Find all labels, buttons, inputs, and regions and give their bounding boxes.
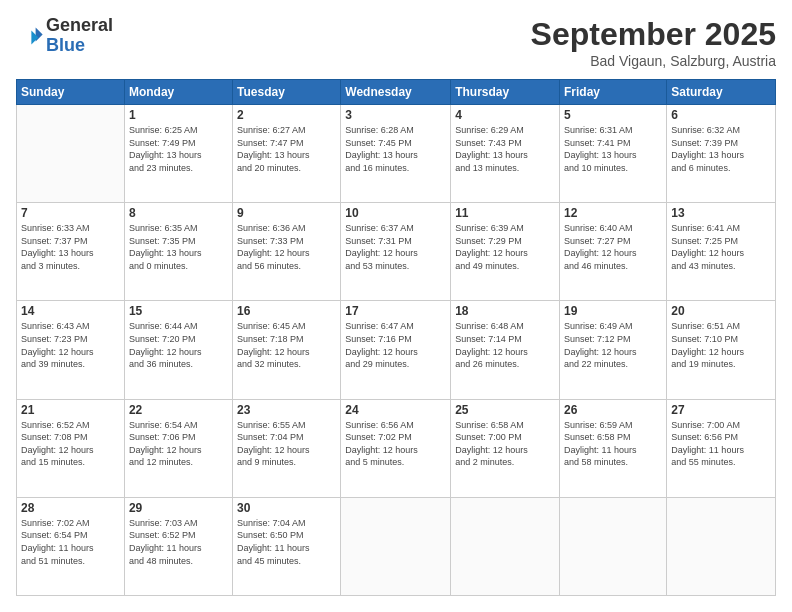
day-header-friday: Friday bbox=[560, 80, 667, 105]
day-number: 3 bbox=[345, 108, 446, 122]
calendar-cell: 12Sunrise: 6:40 AM Sunset: 7:27 PM Dayli… bbox=[560, 203, 667, 301]
day-info: Sunrise: 6:36 AM Sunset: 7:33 PM Dayligh… bbox=[237, 222, 336, 272]
day-number: 12 bbox=[564, 206, 662, 220]
day-number: 11 bbox=[455, 206, 555, 220]
day-info: Sunrise: 6:54 AM Sunset: 7:06 PM Dayligh… bbox=[129, 419, 228, 469]
day-info: Sunrise: 6:41 AM Sunset: 7:25 PM Dayligh… bbox=[671, 222, 771, 272]
title-block: September 2025 Bad Vigaun, Salzburg, Aus… bbox=[531, 16, 776, 69]
calendar-cell: 22Sunrise: 6:54 AM Sunset: 7:06 PM Dayli… bbox=[124, 399, 232, 497]
day-info: Sunrise: 6:31 AM Sunset: 7:41 PM Dayligh… bbox=[564, 124, 662, 174]
day-number: 26 bbox=[564, 403, 662, 417]
calendar-title: September 2025 bbox=[531, 16, 776, 53]
logo-text: General Blue bbox=[46, 16, 113, 56]
week-row-1: 7Sunrise: 6:33 AM Sunset: 7:37 PM Daylig… bbox=[17, 203, 776, 301]
calendar-cell: 20Sunrise: 6:51 AM Sunset: 7:10 PM Dayli… bbox=[667, 301, 776, 399]
calendar-cell: 2Sunrise: 6:27 AM Sunset: 7:47 PM Daylig… bbox=[233, 105, 341, 203]
calendar-cell bbox=[560, 497, 667, 595]
calendar-cell: 14Sunrise: 6:43 AM Sunset: 7:23 PM Dayli… bbox=[17, 301, 125, 399]
day-number: 27 bbox=[671, 403, 771, 417]
calendar-cell: 25Sunrise: 6:58 AM Sunset: 7:00 PM Dayli… bbox=[451, 399, 560, 497]
calendar-cell: 29Sunrise: 7:03 AM Sunset: 6:52 PM Dayli… bbox=[124, 497, 232, 595]
day-number: 5 bbox=[564, 108, 662, 122]
day-number: 23 bbox=[237, 403, 336, 417]
day-header-monday: Monday bbox=[124, 80, 232, 105]
day-number: 14 bbox=[21, 304, 120, 318]
day-number: 29 bbox=[129, 501, 228, 515]
logo: General Blue bbox=[16, 16, 113, 56]
day-info: Sunrise: 6:51 AM Sunset: 7:10 PM Dayligh… bbox=[671, 320, 771, 370]
calendar-cell: 24Sunrise: 6:56 AM Sunset: 7:02 PM Dayli… bbox=[341, 399, 451, 497]
day-number: 19 bbox=[564, 304, 662, 318]
day-number: 18 bbox=[455, 304, 555, 318]
calendar-cell: 30Sunrise: 7:04 AM Sunset: 6:50 PM Dayli… bbox=[233, 497, 341, 595]
calendar-subtitle: Bad Vigaun, Salzburg, Austria bbox=[531, 53, 776, 69]
calendar-cell bbox=[667, 497, 776, 595]
day-number: 16 bbox=[237, 304, 336, 318]
calendar-cell: 1Sunrise: 6:25 AM Sunset: 7:49 PM Daylig… bbox=[124, 105, 232, 203]
day-number: 2 bbox=[237, 108, 336, 122]
calendar-cell: 5Sunrise: 6:31 AM Sunset: 7:41 PM Daylig… bbox=[560, 105, 667, 203]
day-number: 4 bbox=[455, 108, 555, 122]
calendar-cell: 11Sunrise: 6:39 AM Sunset: 7:29 PM Dayli… bbox=[451, 203, 560, 301]
day-number: 13 bbox=[671, 206, 771, 220]
calendar-cell: 21Sunrise: 6:52 AM Sunset: 7:08 PM Dayli… bbox=[17, 399, 125, 497]
day-info: Sunrise: 6:47 AM Sunset: 7:16 PM Dayligh… bbox=[345, 320, 446, 370]
day-info: Sunrise: 6:25 AM Sunset: 7:49 PM Dayligh… bbox=[129, 124, 228, 174]
week-row-4: 28Sunrise: 7:02 AM Sunset: 6:54 PM Dayli… bbox=[17, 497, 776, 595]
calendar-cell: 13Sunrise: 6:41 AM Sunset: 7:25 PM Dayli… bbox=[667, 203, 776, 301]
day-number: 22 bbox=[129, 403, 228, 417]
calendar-cell: 9Sunrise: 6:36 AM Sunset: 7:33 PM Daylig… bbox=[233, 203, 341, 301]
week-row-3: 21Sunrise: 6:52 AM Sunset: 7:08 PM Dayli… bbox=[17, 399, 776, 497]
day-info: Sunrise: 6:59 AM Sunset: 6:58 PM Dayligh… bbox=[564, 419, 662, 469]
day-info: Sunrise: 6:37 AM Sunset: 7:31 PM Dayligh… bbox=[345, 222, 446, 272]
calendar-cell: 16Sunrise: 6:45 AM Sunset: 7:18 PM Dayli… bbox=[233, 301, 341, 399]
day-info: Sunrise: 6:58 AM Sunset: 7:00 PM Dayligh… bbox=[455, 419, 555, 469]
calendar-cell: 27Sunrise: 7:00 AM Sunset: 6:56 PM Dayli… bbox=[667, 399, 776, 497]
day-number: 17 bbox=[345, 304, 446, 318]
week-row-0: 1Sunrise: 6:25 AM Sunset: 7:49 PM Daylig… bbox=[17, 105, 776, 203]
day-info: Sunrise: 6:55 AM Sunset: 7:04 PM Dayligh… bbox=[237, 419, 336, 469]
calendar-cell: 8Sunrise: 6:35 AM Sunset: 7:35 PM Daylig… bbox=[124, 203, 232, 301]
day-number: 24 bbox=[345, 403, 446, 417]
calendar-cell: 4Sunrise: 6:29 AM Sunset: 7:43 PM Daylig… bbox=[451, 105, 560, 203]
day-info: Sunrise: 7:04 AM Sunset: 6:50 PM Dayligh… bbox=[237, 517, 336, 567]
calendar-cell bbox=[341, 497, 451, 595]
day-number: 1 bbox=[129, 108, 228, 122]
day-header-sunday: Sunday bbox=[17, 80, 125, 105]
calendar-cell: 3Sunrise: 6:28 AM Sunset: 7:45 PM Daylig… bbox=[341, 105, 451, 203]
day-info: Sunrise: 6:29 AM Sunset: 7:43 PM Dayligh… bbox=[455, 124, 555, 174]
day-info: Sunrise: 6:27 AM Sunset: 7:47 PM Dayligh… bbox=[237, 124, 336, 174]
day-info: Sunrise: 6:44 AM Sunset: 7:20 PM Dayligh… bbox=[129, 320, 228, 370]
day-info: Sunrise: 6:52 AM Sunset: 7:08 PM Dayligh… bbox=[21, 419, 120, 469]
logo-blue: Blue bbox=[46, 36, 113, 56]
day-number: 20 bbox=[671, 304, 771, 318]
calendar-cell bbox=[451, 497, 560, 595]
day-number: 8 bbox=[129, 206, 228, 220]
calendar-cell: 26Sunrise: 6:59 AM Sunset: 6:58 PM Dayli… bbox=[560, 399, 667, 497]
calendar-cell: 6Sunrise: 6:32 AM Sunset: 7:39 PM Daylig… bbox=[667, 105, 776, 203]
calendar-table: SundayMondayTuesdayWednesdayThursdayFrid… bbox=[16, 79, 776, 596]
day-header-tuesday: Tuesday bbox=[233, 80, 341, 105]
day-header-saturday: Saturday bbox=[667, 80, 776, 105]
logo-icon bbox=[16, 22, 44, 50]
day-number: 7 bbox=[21, 206, 120, 220]
calendar-header-row: SundayMondayTuesdayWednesdayThursdayFrid… bbox=[17, 80, 776, 105]
day-number: 21 bbox=[21, 403, 120, 417]
day-number: 6 bbox=[671, 108, 771, 122]
day-number: 10 bbox=[345, 206, 446, 220]
day-header-thursday: Thursday bbox=[451, 80, 560, 105]
logo-general: General bbox=[46, 16, 113, 36]
day-info: Sunrise: 6:49 AM Sunset: 7:12 PM Dayligh… bbox=[564, 320, 662, 370]
calendar-cell: 15Sunrise: 6:44 AM Sunset: 7:20 PM Dayli… bbox=[124, 301, 232, 399]
day-info: Sunrise: 7:00 AM Sunset: 6:56 PM Dayligh… bbox=[671, 419, 771, 469]
calendar-cell: 23Sunrise: 6:55 AM Sunset: 7:04 PM Dayli… bbox=[233, 399, 341, 497]
day-info: Sunrise: 6:56 AM Sunset: 7:02 PM Dayligh… bbox=[345, 419, 446, 469]
day-number: 9 bbox=[237, 206, 336, 220]
calendar-cell: 7Sunrise: 6:33 AM Sunset: 7:37 PM Daylig… bbox=[17, 203, 125, 301]
calendar-cell: 10Sunrise: 6:37 AM Sunset: 7:31 PM Dayli… bbox=[341, 203, 451, 301]
day-number: 15 bbox=[129, 304, 228, 318]
calendar-cell: 19Sunrise: 6:49 AM Sunset: 7:12 PM Dayli… bbox=[560, 301, 667, 399]
calendar-cell bbox=[17, 105, 125, 203]
day-header-wednesday: Wednesday bbox=[341, 80, 451, 105]
day-number: 30 bbox=[237, 501, 336, 515]
